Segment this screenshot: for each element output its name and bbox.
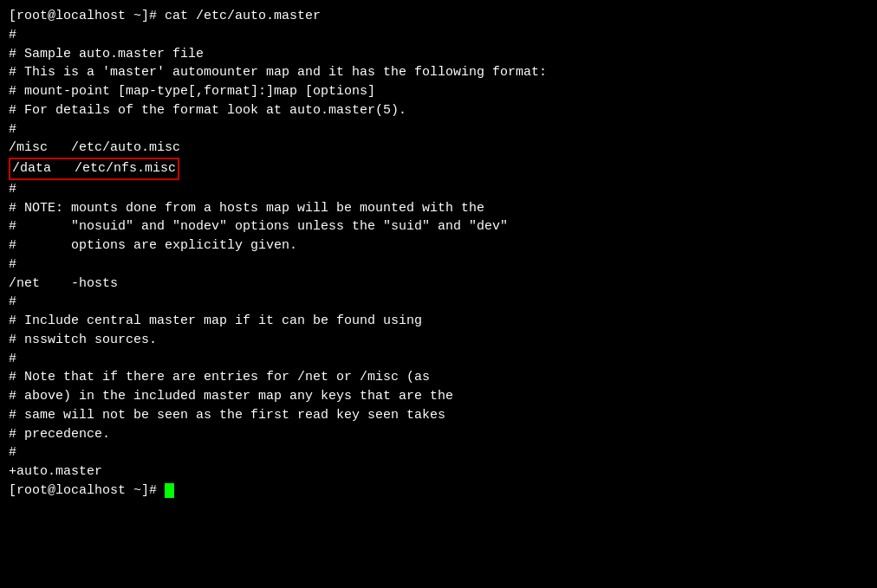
line-misc: /misc /etc/auto.misc bbox=[9, 139, 868, 158]
line-comment3: # mount-point [map-type[,format]:]map [o… bbox=[9, 82, 868, 101]
line-note4: # Note that if there are entries for /ne… bbox=[9, 368, 868, 387]
prompt-text: [root@localhost ~]# bbox=[9, 483, 165, 498]
line-empty4: # bbox=[9, 255, 868, 275]
line-automaster: +auto.master bbox=[9, 462, 868, 481]
line-empty7: # bbox=[9, 443, 868, 462]
line-empty3: # bbox=[9, 180, 868, 199]
cmd-line: [root@localhost ~]# cat /etc/auto.master bbox=[9, 7, 868, 26]
line-net: /net -hosts bbox=[9, 275, 868, 294]
line-include2: # nsswitch sources. bbox=[9, 331, 868, 350]
line-empty5: # bbox=[9, 293, 868, 312]
line-note6: # same will not be seen as the first rea… bbox=[9, 406, 868, 425]
line-note2: # "nosuid" and "nodev" options unless th… bbox=[9, 217, 868, 236]
line-prompt[interactable]: [root@localhost ~]# bbox=[9, 481, 868, 501]
line-empty6: # bbox=[9, 350, 868, 369]
line-comment2: # This is a 'master' automounter map and… bbox=[9, 63, 868, 82]
terminal-window: [root@localhost ~]# cat /etc/auto.master… bbox=[9, 7, 868, 581]
cursor-block bbox=[165, 483, 174, 498]
line-empty1: # bbox=[9, 26, 868, 45]
line-empty2: # bbox=[9, 120, 868, 139]
line-data-highlighted: /data /etc/nfs.misc bbox=[9, 158, 868, 180]
line-comment4: # For details of the format look at auto… bbox=[9, 101, 868, 120]
line-note7: # precedence. bbox=[9, 425, 868, 444]
line-include1: # Include central master map if it can b… bbox=[9, 312, 868, 331]
highlighted-text: /data /etc/nfs.misc bbox=[9, 158, 179, 180]
line-comment1: # Sample auto.master file bbox=[9, 45, 868, 64]
line-note1: # NOTE: mounts done from a hosts map wil… bbox=[9, 199, 868, 218]
line-note5: # above) in the included master map any … bbox=[9, 387, 868, 406]
line-note3: # options are explicitly given. bbox=[9, 236, 868, 255]
